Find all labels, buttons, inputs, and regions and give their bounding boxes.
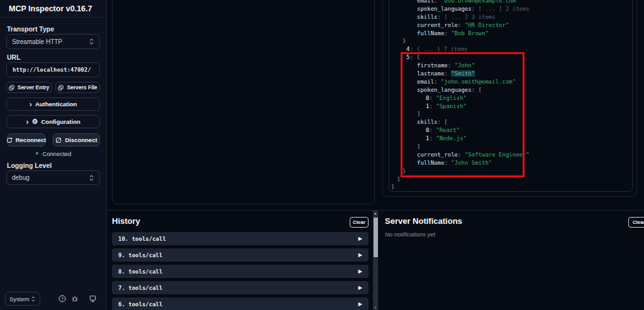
chevron-updown-icon — [89, 38, 94, 45]
json-line: } — [389, 37, 632, 45]
json-line: ] — [389, 175, 632, 184]
json-line: lastname: "Smith" — [389, 70, 632, 78]
server-entry-button[interactable]: Server Entry — [6, 82, 52, 93]
connection-status-label: Connected — [42, 150, 71, 157]
configuration-toggle[interactable]: › ⚙ Configuration — [6, 115, 100, 128]
reconnect-button[interactable]: Reconnect — [7, 133, 45, 147]
json-line: skills: [ ... ] 3 items — [389, 13, 632, 21]
json-line: } — [389, 183, 632, 191]
disconnect-label: Disconnect — [65, 136, 97, 143]
sidebar: MCP Inspector v0.16.7 Transport Type Str… — [0, 0, 107, 310]
chevron-updown-icon — [31, 296, 36, 302]
json-line: 0: "English" — [389, 94, 632, 102]
transport-type-value: Streamable HTTP — [12, 38, 62, 45]
history-item-label: 9. tools/call — [118, 252, 162, 258]
expand-arrow-icon[interactable]: ▶ — [358, 252, 362, 258]
history-item[interactable]: 9. tools/call▶ — [112, 248, 369, 262]
help-icon[interactable] — [58, 294, 67, 303]
refresh-icon — [6, 137, 13, 143]
json-line: skills: [ — [389, 118, 632, 126]
history-item[interactable]: 7. tools/call▶ — [112, 281, 369, 294]
json-line: spoken_languages: [ ... ] 2 items — [389, 5, 632, 13]
copy-icon — [9, 85, 14, 91]
json-line: 1: "Spanish" — [389, 102, 632, 111]
json-line: email: "john.smith@email.com" — [389, 78, 632, 86]
json-line: fullName: "John Smith" — [389, 159, 632, 167]
json-line: firstname: "John" — [389, 62, 632, 70]
logging-level-select[interactable]: debug — [6, 170, 100, 185]
json-response-box: email: "bob.brown@example.com"spoken_lan… — [389, 0, 633, 192]
json-line: } — [389, 167, 632, 175]
json-line: fullName: "Bob Brown" — [389, 30, 632, 38]
json-line: spoken_languages: [ — [389, 86, 632, 94]
json-line: ] — [389, 110, 632, 118]
history-item-label: 10. tools/call — [118, 236, 166, 242]
json-line: 5: { — [389, 53, 632, 62]
history-title: History — [112, 216, 140, 226]
json-line: email: "bob.brown@example.com" — [389, 0, 632, 5]
json-tree: email: "bob.brown@example.com"spoken_lan… — [389, 0, 632, 191]
json-line: current_role: "HR Director" — [389, 21, 632, 30]
scroll-down-icon[interactable]: ▼ — [373, 306, 378, 309]
history-clear-button[interactable]: Clear — [350, 217, 369, 228]
json-line: 4: { ... } 7 items — [389, 45, 632, 53]
logging-level-value: debug — [12, 174, 30, 181]
disconnect-icon — [55, 137, 62, 143]
transport-type-label: Transport Type — [7, 25, 54, 33]
reconnect-label: Reconnect — [16, 136, 47, 143]
history-scrollbar[interactable]: ▲ ▼ — [373, 211, 378, 310]
history-item-label: 7. tools/call — [118, 285, 162, 291]
url-label: URL — [7, 53, 21, 61]
theme-value: System — [9, 296, 30, 302]
connection-status: ● Connected — [0, 149, 107, 158]
history-item[interactable]: 10. tools/call▶ — [112, 232, 369, 245]
servers-file-label: Servers File — [67, 84, 97, 91]
transport-type-select[interactable]: Streamable HTTP — [6, 34, 100, 49]
copy-icon — [58, 85, 64, 91]
history-list: 10. tools/call▶9. tools/call▶8. tools/ca… — [112, 232, 369, 310]
expand-arrow-icon[interactable]: ▶ — [358, 236, 362, 241]
authentication-toggle[interactable]: › Authentication — [6, 97, 100, 111]
logging-level-label: Logging Level — [7, 162, 52, 169]
servers-file-button[interactable]: Servers File — [55, 82, 100, 93]
scroll-up-icon[interactable]: ▲ — [373, 211, 378, 215]
expand-arrow-icon[interactable]: ▶ — [358, 301, 362, 307]
scrollbar-thumb[interactable] — [374, 218, 378, 257]
json-line: current_role: "Software Engineer" — [389, 151, 632, 159]
chevron-updown-icon — [89, 174, 94, 182]
chevron-right-icon: › — [30, 101, 32, 108]
json-line: ] — [389, 143, 632, 151]
history-item[interactable]: 8. tools/call▶ — [112, 265, 369, 278]
authentication-label: Authentication — [35, 101, 77, 108]
notifications-empty-text: No notifications yet — [385, 231, 435, 238]
expand-arrow-icon[interactable]: ▶ — [358, 285, 362, 291]
main-left-panel — [112, 0, 375, 204]
json-line: 0: "React" — [389, 126, 632, 135]
expand-arrow-icon[interactable]: ▶ — [358, 268, 362, 274]
server-entry-label: Server Entry — [18, 84, 50, 91]
gear-icon: ⚙ — [32, 118, 38, 126]
url-value: http://localhost:47002/ — [13, 67, 91, 73]
laptop-icon[interactable] — [88, 294, 97, 303]
history-item-label: 8. tools/call — [118, 268, 162, 275]
notifications-title: Server Notifications — [385, 216, 462, 226]
history-item-label: 6. tools/call — [118, 301, 162, 307]
history-item[interactable]: 6. tools/call▶ — [112, 297, 369, 310]
configuration-label: Configuration — [41, 118, 80, 125]
theme-select[interactable]: System — [5, 292, 40, 306]
disconnect-button[interactable]: Disconnect — [53, 133, 100, 147]
json-line: 1: "Node.js" — [389, 135, 632, 143]
url-input[interactable]: http://localhost:47002/ — [6, 62, 100, 77]
notifications-clear-button[interactable]: Clear — [628, 217, 644, 228]
bug-icon[interactable] — [70, 294, 79, 303]
status-dot-icon: ● — [36, 151, 39, 156]
app-title: MCP Inspector v0.16.7 — [0, 0, 106, 18]
chevron-right-icon: › — [26, 119, 28, 125]
